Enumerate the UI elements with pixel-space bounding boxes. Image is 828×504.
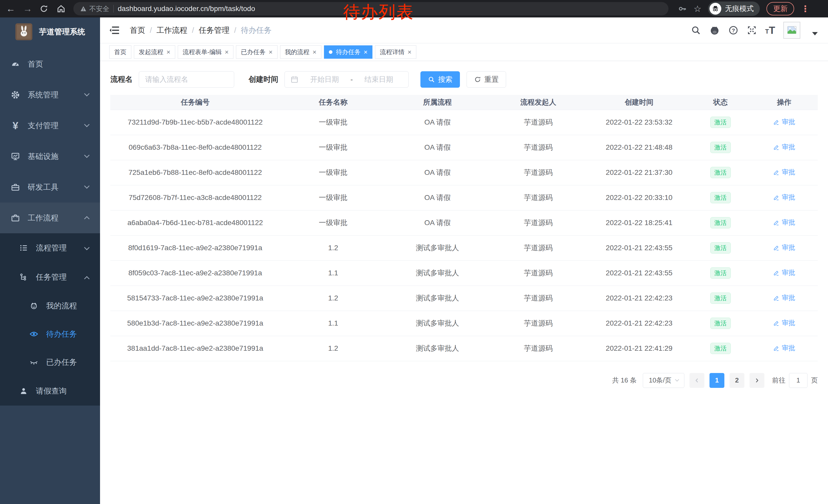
breadcrumb-task-mgmt[interactable]: 任务管理 (199, 25, 230, 36)
sidebar-item-leave-query[interactable]: 请假查询 (0, 376, 100, 406)
tab-home[interactable]: 首页 (109, 45, 131, 59)
status-cell: 激活 (691, 210, 750, 235)
incognito-badge: 无痕模式 (708, 2, 760, 16)
approve-link[interactable]: 审批 (773, 243, 795, 252)
col-task-id: 任务编号 (110, 95, 280, 110)
goto-page-input[interactable] (789, 373, 808, 388)
approve-link[interactable]: 审批 (773, 343, 795, 353)
forward-icon[interactable]: → (23, 4, 33, 13)
close-icon[interactable]: × (364, 49, 368, 55)
sidebar-item-infra[interactable]: 基础设施 (0, 141, 100, 172)
table-row: 8f059c03-7ac8-11ec-a9e2-a2380e71991a 1.1… (110, 261, 818, 286)
sidebar-item-task-mgmt[interactable]: 任务管理 (0, 263, 100, 292)
toolbox-icon (10, 183, 20, 192)
process-name-input[interactable] (139, 71, 234, 88)
status-badge: 激活 (710, 292, 731, 304)
task-name-cell: 1.2 (280, 235, 386, 261)
chevron-left-icon (693, 377, 701, 384)
help-icon[interactable]: ? (728, 25, 739, 35)
approve-link[interactable]: 审批 (773, 318, 795, 327)
approve-link[interactable]: 审批 (773, 168, 795, 177)
tab-start-process[interactable]: 发起流程× (134, 45, 175, 59)
omnibox-divider (113, 5, 114, 12)
sidebar-item-devtools[interactable]: 研发工具 (0, 172, 100, 202)
fullscreen-icon[interactable] (747, 25, 757, 35)
app-logo[interactable]: 芋道管理系统 (0, 17, 100, 46)
search-icon (428, 76, 435, 83)
action-cell: 审批 (750, 210, 818, 235)
monitor-icon (10, 152, 20, 161)
font-size-icon[interactable]: TT (765, 26, 775, 35)
avatar-dropdown-caret[interactable] (812, 32, 818, 35)
status-cell: 激活 (691, 185, 750, 210)
page-size-select[interactable]: 10条/页 (643, 373, 685, 388)
sidebar-item-process-mgmt[interactable]: 流程管理 (0, 233, 100, 263)
task-name-cell: 1.2 (280, 336, 386, 361)
bookmark-star-icon[interactable]: ☆ (694, 4, 701, 14)
initiator-cell: 芋道源码 (489, 210, 588, 235)
search-button[interactable]: 搜索 (420, 71, 460, 88)
breadcrumb-workflow[interactable]: 工作流程 (157, 25, 187, 36)
close-icon[interactable]: × (268, 49, 273, 55)
sidebar-item-system[interactable]: 系统管理 (0, 80, 100, 110)
sidebar-item-payment[interactable]: ¥ 支付管理 (0, 110, 100, 141)
tab-todo-tasks[interactable]: 待办任务× (324, 45, 372, 59)
reset-button[interactable]: 重置 (466, 71, 506, 88)
close-icon[interactable]: × (225, 49, 229, 55)
approve-link[interactable]: 审批 (773, 268, 795, 277)
sidebar-item-my-process[interactable]: 我的流程 (0, 292, 100, 320)
page-button-2[interactable]: 2 (730, 373, 744, 388)
chevron-up-icon (84, 276, 89, 281)
sidebar-collapse-icon[interactable] (109, 25, 121, 35)
sidebar-item-done-tasks[interactable]: 已办任务 (0, 348, 100, 376)
page-unit-label: 页 (811, 376, 818, 385)
task-id-cell: 725a1eb6-7b88-11ec-8ef0-acde48001122 (110, 160, 280, 185)
approve-link[interactable]: 审批 (773, 218, 795, 227)
status-badge: 激活 (710, 267, 731, 279)
chevron-down-icon (84, 183, 89, 189)
page-button-1[interactable]: 1 (709, 373, 724, 388)
briefcase-icon (10, 213, 20, 223)
close-icon[interactable]: × (408, 49, 411, 55)
tab-process-detail[interactable]: 流程详情× (375, 45, 416, 59)
close-icon[interactable]: × (313, 49, 317, 55)
approve-link[interactable]: 审批 (773, 118, 795, 126)
sidebar-item-workflow[interactable]: 工作流程 (0, 202, 100, 233)
tab-my-process[interactable]: 我的流程× (280, 45, 321, 59)
create-time-label: 创建时间 (249, 74, 278, 85)
home-icon[interactable] (56, 4, 67, 13)
table-row: a6aba0a4-7b6d-11ec-b781-acde48001122 一级审… (110, 210, 818, 235)
tab-form-edit[interactable]: 流程表单-编辑× (178, 45, 234, 59)
github-icon[interactable] (709, 25, 720, 36)
process-name-label: 流程名 (110, 74, 133, 85)
back-icon[interactable]: ← (6, 4, 16, 13)
update-button[interactable]: 更新 (767, 2, 794, 15)
edit-pencil-icon (773, 244, 780, 251)
approve-link[interactable]: 审批 (773, 142, 795, 151)
avatar[interactable] (783, 22, 800, 39)
date-range-picker[interactable]: 开始日期 - 结束日期 (285, 71, 409, 88)
incognito-label: 无痕模式 (725, 4, 754, 13)
reload-icon[interactable] (40, 4, 50, 13)
breadcrumb-home[interactable]: 首页 (130, 25, 145, 36)
prev-page-button[interactable] (690, 373, 704, 388)
initiator-cell: 芋道源码 (489, 286, 588, 311)
sidebar-item-home[interactable]: 首页 (0, 49, 100, 80)
next-page-button[interactable] (749, 373, 764, 388)
browser-menu-icon[interactable]: ⋮ (801, 4, 810, 14)
action-cell: 审批 (750, 185, 818, 210)
chevron-down-icon (84, 122, 89, 127)
approve-link[interactable]: 审批 (773, 193, 795, 202)
app-title: 芋道管理系统 (39, 27, 85, 37)
status-cell: 激活 (691, 311, 750, 336)
created-cell: 2022-01-22 21:37:30 (588, 160, 691, 185)
initiator-cell: 芋道源码 (489, 160, 588, 185)
initiator-cell: 芋道源码 (489, 235, 588, 261)
chevron-down-icon (84, 91, 89, 96)
search-icon[interactable] (691, 25, 701, 35)
chevron-down-icon (675, 378, 679, 382)
sidebar-item-todo-tasks[interactable]: 待办任务 (0, 320, 100, 348)
approve-link[interactable]: 审批 (773, 293, 795, 302)
tab-done-tasks[interactable]: 已办任务× (236, 45, 277, 59)
close-icon[interactable]: × (166, 49, 170, 55)
